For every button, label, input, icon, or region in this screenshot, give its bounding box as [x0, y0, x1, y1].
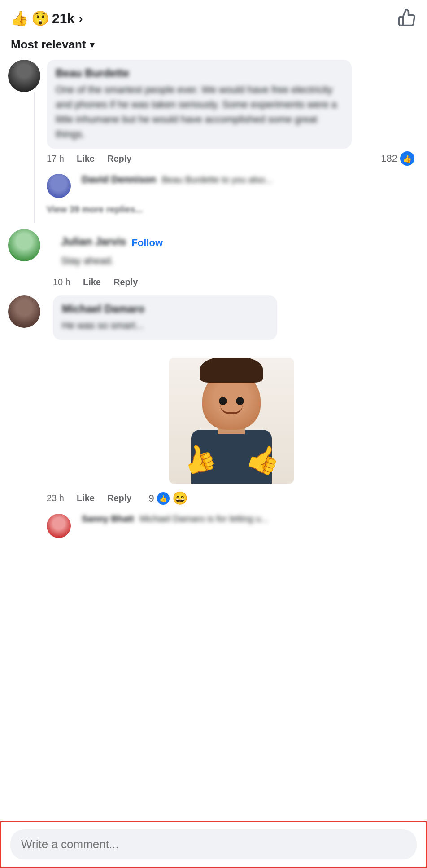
comment-input-bar[interactable]: [0, 821, 427, 868]
avatar-david: [47, 174, 71, 198]
comments-area: Beau Burdette One of the smartest people…: [0, 60, 427, 538]
sort-chevron-icon[interactable]: ▾: [90, 39, 95, 51]
avatar-michael: [8, 295, 40, 328]
sticker-area-michael: 👍 👍: [4, 344, 423, 488]
reply-michael[interactable]: Reply: [107, 493, 131, 503]
reply-author-david: David Dennison: [82, 174, 156, 185]
reply-block-david: David Dennison Beau Burdette to you also…: [47, 172, 419, 198]
comment-input[interactable]: [10, 829, 417, 859]
comment-michael-wrapper: Michael Damaro He was so smart...: [4, 295, 423, 538]
thread-left-1: [8, 60, 40, 223]
reply-preview-sanny: Sanny Bhatt Michael Damaro is for lettin…: [4, 512, 423, 538]
comment-text-michael: He was so smart...: [62, 318, 268, 333]
reply-text-david: Beau Burdette to you also...: [162, 175, 273, 185]
follow-button-julian[interactable]: Follow: [131, 237, 163, 249]
reply-author-sanny: Sanny Bhatt: [82, 514, 134, 524]
comment-text-julian: Stay ahead.: [61, 253, 411, 268]
reply-preview-text-sanny: Michael Damaro is for letting u...: [139, 514, 268, 524]
sort-label: Most relevant: [11, 38, 86, 52]
like-button[interactable]: [397, 8, 416, 29]
blue-like-icon-beau: 👍: [400, 151, 414, 166]
comment-julian-content: Julian Jarvis Follow Stay ahead. 10 h Li…: [47, 229, 419, 294]
main-content: 👍 😲 21k › Most relevant ▾ Beau: [0, 0, 427, 592]
avatar-julian: [8, 229, 40, 261]
like-icon-michael: 👍: [157, 492, 170, 505]
reaction-total-count: 21k: [52, 11, 74, 26]
reaction-bar: 👍 😲 21k ›: [0, 0, 427, 33]
time-julian: 10 h: [53, 277, 70, 287]
comment-bubble-beau: Beau Burdette One of the smartest people…: [47, 60, 352, 149]
like-beau[interactable]: Like: [77, 154, 95, 164]
avatar-sanny: [47, 514, 71, 538]
action-row-michael: 23 h Like Reply 9 👍 😄: [4, 488, 423, 508]
comment-bubble-julian: Julian Jarvis Follow Stay ahead.: [53, 229, 419, 274]
comment-bubble-michael: Michael Damaro He was so smart...: [53, 295, 277, 340]
reaction-row-michael: 9 👍 😄: [148, 491, 187, 506]
comment-author-michael: Michael Damaro: [62, 303, 268, 315]
comment-beau-block: Beau Burdette One of the smartest people…: [4, 60, 423, 223]
action-row-julian: 10 h Like Reply: [53, 274, 419, 290]
like-julian[interactable]: Like: [83, 277, 101, 287]
like-michael[interactable]: Like: [77, 493, 95, 503]
comment-name-row-julian: Julian Jarvis Follow: [61, 235, 411, 251]
time-michael: 23 h: [47, 493, 64, 503]
avatar-beau: [8, 60, 40, 92]
reply-preview-content: Sanny Bhatt Michael Damaro is for lettin…: [76, 514, 419, 524]
reply-beau[interactable]: Reply: [107, 154, 131, 164]
comment-michael-block: Michael Damaro He was so smart...: [4, 295, 423, 340]
action-row-beau: 17 h Like Reply 182 👍: [47, 149, 419, 168]
like-emoji: 👍: [11, 10, 29, 27]
comment-michael-content: Michael Damaro He was so smart...: [47, 295, 419, 340]
reply-content-david: David Dennison Beau Burdette to you also…: [76, 174, 415, 185]
sort-row[interactable]: Most relevant ▾: [0, 33, 427, 60]
time-beau: 17 h: [47, 154, 64, 164]
reaction-number-beau: 182: [381, 153, 397, 164]
view-more-replies[interactable]: View 39 more replies...: [47, 202, 419, 216]
reaction-left[interactable]: 👍 😲 21k ›: [11, 10, 83, 27]
reaction-count-michael: 9: [148, 493, 154, 504]
comment-julian-block: Julian Jarvis Follow Stay ahead. 10 h Li…: [4, 229, 423, 294]
comment-beau-content: Beau Burdette One of the smartest people…: [40, 60, 419, 223]
reaction-chevron-icon[interactable]: ›: [79, 12, 83, 26]
wow-emoji: 😲: [31, 10, 49, 27]
comment-author-julian: Julian Jarvis: [61, 235, 126, 248]
emoji-sticker: 👍 👍: [169, 358, 294, 484]
thread-line-1: [34, 92, 35, 223]
comment-author-beau: Beau Burdette: [56, 67, 343, 79]
reaction-count-beau: 182 👍: [381, 151, 414, 166]
comment-text-beau: One of the smartest people ever. We woul…: [56, 82, 343, 141]
haha-emoji-michael: 😄: [172, 491, 188, 506]
reply-julian[interactable]: Reply: [113, 277, 138, 287]
